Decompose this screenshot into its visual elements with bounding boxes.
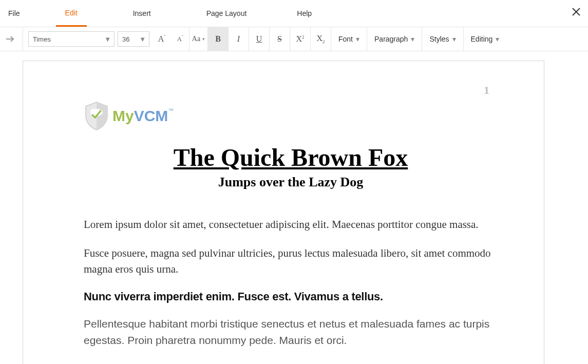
bold-button[interactable]: B <box>208 27 229 51</box>
font-dropdown[interactable]: Font ▾ <box>331 27 367 51</box>
font-size-value: 36 <box>122 35 129 43</box>
underline-icon: U <box>256 34 262 44</box>
chevron-down-icon: ▾ <box>496 35 499 43</box>
toolbar: Times ▼ 36 ▼ Aˆ Aˇ Aa ▾ B I U S X2 X2 Fo… <box>0 27 588 51</box>
document-area[interactable]: 1 MyVCM™ The Quick Brown Fox Jumps over … <box>0 51 588 364</box>
editing-dropdown-label: Editing <box>471 35 493 43</box>
logo-tm: ™ <box>168 107 174 113</box>
chevron-down-icon: ▼ <box>104 35 111 43</box>
chevron-down-icon: ▾ <box>356 35 359 43</box>
close-button[interactable] <box>572 7 581 16</box>
document-subtitle[interactable]: Jumps over the Lazy Dog <box>84 175 498 190</box>
chevron-down-icon: ▼ <box>139 35 146 43</box>
document-title[interactable]: The Quick Brown Fox <box>84 143 498 171</box>
logo: MyVCM™ <box>84 101 498 131</box>
strikethrough-button[interactable]: S <box>270 27 290 51</box>
font-family-value: Times <box>33 35 51 43</box>
share-button[interactable] <box>2 30 21 48</box>
decrease-font-icon: Aˇ <box>177 35 183 43</box>
underline-button[interactable]: U <box>249 27 270 51</box>
menu-insert[interactable]: Insert <box>124 0 160 27</box>
chevron-down-icon: ▾ <box>411 35 414 43</box>
menu-help[interactable]: Help <box>288 0 321 27</box>
logo-part2: VCM <box>134 107 168 124</box>
increase-font-icon: Aˆ <box>158 34 166 44</box>
decrease-font-button[interactable]: Aˇ <box>171 27 189 51</box>
shield-icon <box>84 101 109 131</box>
logo-part1: My <box>112 107 134 124</box>
menu-bar: File Edit Insert Page Layout Help <box>0 0 588 27</box>
font-family-select[interactable]: Times ▼ <box>28 31 115 47</box>
logo-text: MyVCM™ <box>112 107 174 125</box>
subscript-icon: X2 <box>316 34 325 44</box>
bold-icon: B <box>215 34 221 44</box>
toolbar-separator <box>23 27 23 51</box>
italic-button[interactable]: I <box>229 27 249 51</box>
menu-edit[interactable]: Edit <box>56 0 87 27</box>
subscript-button[interactable]: X2 <box>311 27 331 51</box>
close-icon <box>572 7 581 16</box>
chevron-down-icon: ▾ <box>202 36 205 42</box>
paragraph-1[interactable]: Lorem ipsum dolor sit amet, consectetuer… <box>84 217 498 232</box>
italic-icon: I <box>237 34 240 44</box>
font-dropdown-label: Font <box>338 35 353 43</box>
menu-file[interactable]: File <box>3 0 25 27</box>
paragraph-4[interactable]: Pellentesque habitant morbi tristique se… <box>84 316 498 348</box>
svg-point-3 <box>90 109 98 114</box>
change-case-button[interactable]: Aa ▾ <box>189 27 208 51</box>
change-case-icon: Aa <box>192 35 200 43</box>
styles-dropdown-label: Styles <box>429 35 449 43</box>
paragraph-3[interactable]: Nunc viverra imperdiet enim. Fusce est. … <box>84 290 498 303</box>
menu-page-layout[interactable]: Page Layout <box>197 0 256 27</box>
font-size-select[interactable]: 36 ▼ <box>118 31 149 47</box>
chevron-down-icon: ▾ <box>452 35 456 43</box>
paragraph-dropdown-label: Paragraph <box>374 35 408 43</box>
page-number: 1 <box>484 84 489 97</box>
superscript-icon: X2 <box>296 34 304 44</box>
superscript-button[interactable]: X2 <box>290 27 311 51</box>
strikethrough-icon: S <box>277 34 282 44</box>
paragraph-dropdown[interactable]: Paragraph ▾ <box>367 27 422 51</box>
editing-dropdown[interactable]: Editing ▾ <box>464 27 507 51</box>
increase-font-button[interactable]: Aˆ <box>153 27 171 51</box>
styles-dropdown[interactable]: Styles ▾ <box>422 27 463 51</box>
share-icon <box>6 35 16 43</box>
paragraph-2[interactable]: Fusce posuere, magna sed pulvinar ultric… <box>84 245 498 277</box>
document-page[interactable]: 1 MyVCM™ The Quick Brown Fox Jumps over … <box>23 61 544 364</box>
